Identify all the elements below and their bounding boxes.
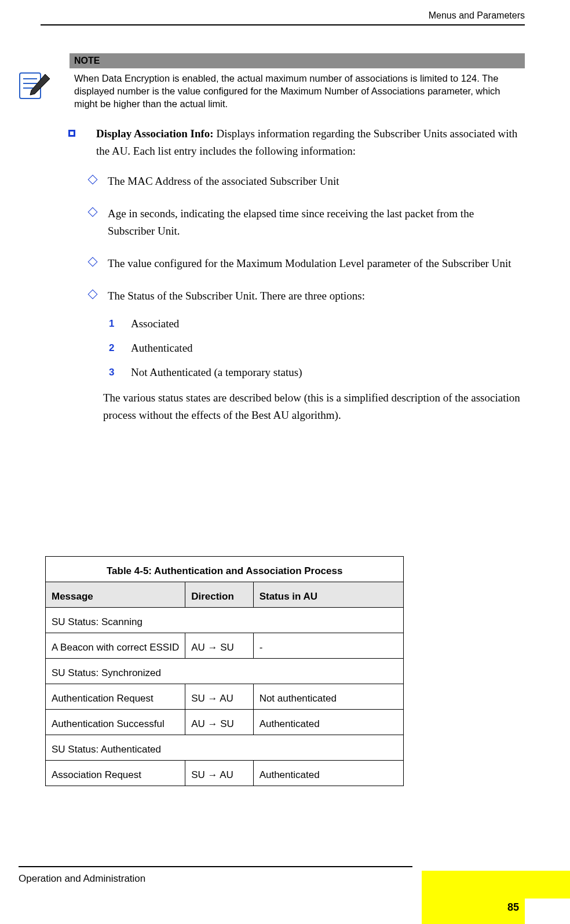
- footer-text: Operation and Administration: [19, 873, 145, 885]
- table-row: SU Status: Synchronized: [46, 659, 404, 684]
- sub-list: The MAC Address of the associated Subscr…: [92, 173, 522, 424]
- header-section-title: Menus and Parameters: [429, 10, 525, 21]
- page-number: 85: [507, 901, 519, 914]
- table-cell: -: [253, 633, 404, 659]
- body-content: Display Association Info: Displays infor…: [80, 125, 522, 424]
- sub-item-text: The MAC Address of the associated Subscr…: [108, 175, 339, 187]
- sub-item: The value configured for the Maximum Mod…: [92, 255, 522, 272]
- followup-paragraph: The various status states are described …: [103, 389, 522, 424]
- numbered-item-text: Associated: [131, 317, 179, 330]
- table-header-row: Message Direction Status in AU: [46, 582, 404, 608]
- table-cell: Association Request: [46, 761, 185, 786]
- table-cell: Authentication Request: [46, 684, 185, 710]
- table-row: Association Request SU → AU Authenticate…: [46, 761, 404, 786]
- header-rule: [41, 24, 525, 25]
- footer-white-notch: [525, 899, 570, 924]
- sub-item-text: The value configured for the Maximum Mod…: [108, 257, 511, 269]
- table-cell: AU → SU: [185, 633, 253, 659]
- table-cell: SU → AU: [185, 761, 253, 786]
- col-header-message: Message: [46, 582, 185, 608]
- table-cell: A Beacon with correct ESSID: [46, 633, 185, 659]
- square-bullet-icon: [68, 130, 75, 137]
- table-cell: Authenticated: [253, 761, 404, 786]
- table-row: SU Status: Scanning: [46, 608, 404, 633]
- number-marker: 3: [109, 364, 114, 381]
- main-item-title: Display Association Info:: [96, 127, 214, 140]
- col-header-direction: Direction: [185, 582, 253, 608]
- table-row: Authentication Request SU → AU Not authe…: [46, 684, 404, 710]
- col-header-status: Status in AU: [253, 582, 404, 608]
- diamond-icon: [88, 257, 98, 267]
- footer-rule: [19, 866, 412, 867]
- numbered-item: 3 Not Authenticated (a temporary status): [109, 364, 522, 381]
- table-cell: Authentication Successful: [46, 710, 185, 735]
- table-cell: AU → SU: [185, 710, 253, 735]
- sub-item: The Status of the Subscriber Unit. There…: [92, 287, 522, 305]
- sub-item-text: The Status of the Subscriber Unit. There…: [108, 290, 365, 302]
- sub-item: The MAC Address of the associated Subscr…: [92, 173, 522, 190]
- table-span-cell: SU Status: Synchronized: [46, 659, 404, 684]
- process-table: Table 4-5: Authentication and Associatio…: [45, 556, 404, 786]
- table-row: SU Status: Authenticated: [46, 735, 404, 761]
- table-cell: Not authenticated: [253, 684, 404, 710]
- note-label-bar: NOTE: [70, 53, 525, 68]
- numbered-item-text: Authenticated: [131, 342, 193, 354]
- note-body-text: When Data Encryption is enabled, the act…: [74, 72, 522, 110]
- table-row: Authentication Successful AU → SU Authen…: [46, 710, 404, 735]
- numbered-item: 2 Authenticated: [109, 339, 522, 357]
- table-cell: Authenticated: [253, 710, 404, 735]
- numbered-list: 1 Associated 2 Authenticated 3 Not Authe…: [109, 315, 522, 381]
- table-caption-row: Table 4-5: Authentication and Associatio…: [46, 557, 404, 582]
- sub-item: Age in seconds, indicating the elapsed t…: [92, 205, 522, 240]
- number-marker: 1: [109, 315, 114, 333]
- table-row: A Beacon with correct ESSID AU → SU -: [46, 633, 404, 659]
- diamond-icon: [88, 207, 98, 217]
- diamond-icon: [88, 290, 98, 300]
- numbered-item: 1 Associated: [109, 315, 522, 333]
- number-marker: 2: [109, 339, 114, 357]
- table-caption: Table 4-5: Authentication and Associatio…: [46, 557, 404, 582]
- sub-item-text: Age in seconds, indicating the elapsed t…: [108, 207, 474, 237]
- note-icon: [17, 70, 52, 104]
- table-span-cell: SU Status: Scanning: [46, 608, 404, 633]
- numbered-item-text: Not Authenticated (a temporary status): [131, 366, 302, 378]
- table-cell: SU → AU: [185, 684, 253, 710]
- table-span-cell: SU Status: Authenticated: [46, 735, 404, 761]
- diamond-icon: [88, 175, 98, 185]
- main-bullet-item: Display Association Info: Displays infor…: [80, 125, 522, 160]
